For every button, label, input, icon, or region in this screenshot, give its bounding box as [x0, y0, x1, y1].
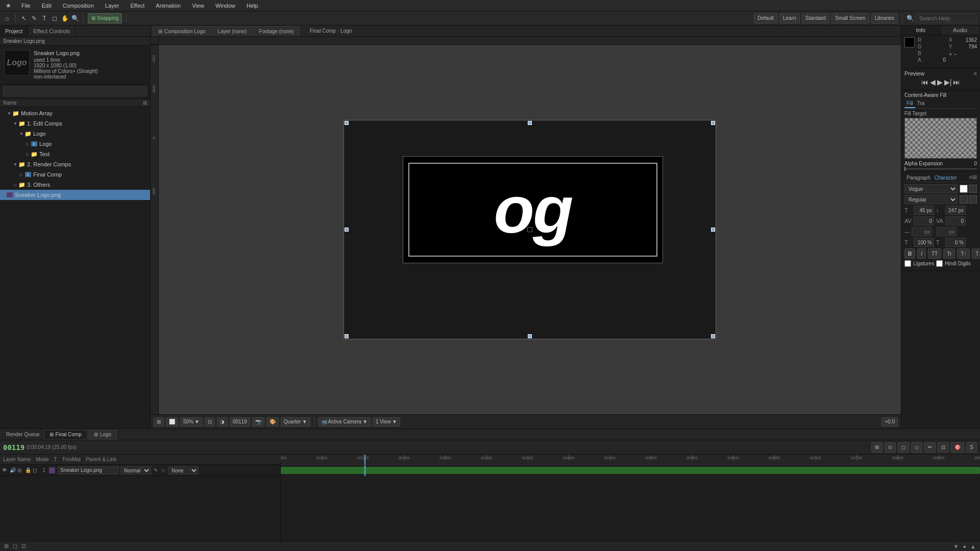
preview-skip-fwd[interactable]: ⏭	[953, 79, 960, 86]
menu-composition[interactable]: Composition	[61, 2, 96, 10]
tree-item-motion-array[interactable]: ▼ 📁 Motion Array	[0, 108, 150, 118]
baseline-input[interactable]	[912, 227, 932, 236]
learn-workspace[interactable]: Learn	[779, 13, 800, 23]
preview-play[interactable]: ▶	[937, 79, 943, 86]
status-icon-5[interactable]: ●	[963, 543, 966, 549]
right-tab-info[interactable]: Info	[901, 26, 941, 35]
tree-item-sneaker-logo[interactable]: Sneaker Logo.png	[0, 190, 150, 200]
preview-step-back[interactable]: ◀	[930, 79, 936, 86]
upper-btn[interactable]: TT	[928, 248, 941, 259]
tracking-input[interactable]	[945, 216, 966, 226]
views-display[interactable]: 1 View ▼	[373, 417, 400, 427]
libraries-btn[interactable]: Libraries	[871, 13, 898, 23]
menu-edit[interactable]: Edit	[40, 2, 54, 10]
handle-bottom-right[interactable]	[711, 334, 715, 338]
layer-mode-select[interactable]: Normal	[120, 466, 151, 474]
timecode-display[interactable]: 00119	[230, 417, 250, 427]
preview-menu-icon[interactable]: ≡	[974, 70, 977, 77]
snapshot-btn[interactable]: 📷	[252, 417, 264, 427]
toggle-safe-zones[interactable]: ⬜	[166, 417, 178, 427]
exposure-btn[interactable]: ◑	[217, 417, 228, 427]
caf-tab-fill[interactable]: Fill	[904, 99, 915, 108]
breadcrumb-logo[interactable]: Logo	[340, 28, 352, 34]
default-workspace[interactable]: Default	[754, 13, 777, 23]
tl-ctrl-7[interactable]: 🎯	[951, 442, 964, 453]
color-picker-btn[interactable]: 🎨	[266, 417, 279, 427]
layer-track-mask[interactable]: ✎	[154, 467, 158, 473]
status-icon-3[interactable]: ⊡	[21, 543, 26, 549]
alpha-slider-thumb[interactable]	[904, 167, 905, 171]
kerning-input[interactable]	[914, 216, 934, 226]
tl-ctrl-4[interactable]: ◇	[911, 442, 922, 453]
menu-effect[interactable]: Effect	[128, 2, 146, 10]
handle-top-center[interactable]	[528, 121, 532, 125]
layer-add-marker[interactable]: ◇	[161, 467, 165, 473]
style-swatch-1[interactable]	[960, 195, 968, 204]
preview-step-fwd[interactable]: ▶|	[944, 79, 952, 86]
tree-item-others[interactable]: ▷ 📁 3. Others	[0, 180, 150, 190]
bold-btn[interactable]: B	[904, 248, 915, 259]
camera-display[interactable]: 📹 Active Camera ▼	[318, 417, 371, 427]
tab-project[interactable]: Project	[0, 26, 28, 36]
menu-view[interactable]: View	[190, 2, 206, 10]
preview-skip-back[interactable]: ⏮	[921, 79, 928, 86]
layer-name-input[interactable]	[58, 466, 119, 474]
handle-right-center[interactable]	[711, 228, 715, 232]
tab-composition-logo[interactable]: ⊞ Composition Logo	[153, 26, 211, 36]
tl-ctrl-5[interactable]: ✏	[924, 442, 936, 453]
expand-col-icon[interactable]: ⊞	[143, 100, 147, 106]
tree-item-render-comps[interactable]: ▼ 📁 2. Render Comps	[0, 159, 150, 169]
handle-left-center[interactable]	[345, 228, 349, 232]
hindi-checkbox[interactable]	[936, 260, 943, 267]
super-btn[interactable]: T↑	[957, 248, 970, 259]
tl-ctrl-1[interactable]: ⊞	[871, 442, 883, 453]
menu-window[interactable]: Window	[213, 2, 237, 10]
zoom-display[interactable]: 50% ▼	[180, 417, 203, 427]
tab-footage-none[interactable]: Footage (none)	[253, 26, 299, 36]
char-tab-character[interactable]: Character	[933, 174, 959, 182]
scale-input[interactable]	[936, 227, 957, 236]
sub-btn[interactable]: T↓	[972, 248, 980, 259]
font-color-swatch[interactable]	[960, 185, 968, 193]
alpha-slider-track[interactable]	[904, 168, 977, 169]
status-icon-4[interactable]: ▼	[953, 543, 959, 549]
pen-tool[interactable]: ✎	[30, 14, 38, 22]
tab-logo-timeline[interactable]: ⊞ Logo	[88, 430, 117, 440]
small-caps-btn[interactable]: Tr	[943, 248, 955, 259]
small-screen-workspace[interactable]: Small Screen	[831, 13, 869, 23]
status-icon-2[interactable]: ◻	[13, 543, 17, 549]
layer-lock-btn[interactable]: 🔒	[25, 467, 31, 473]
tl-ctrl-6[interactable]: ⊡	[938, 442, 949, 453]
standard-workspace[interactable]: Standard	[802, 13, 830, 23]
status-icon-6[interactable]: ▲	[970, 543, 976, 549]
handle-top-left[interactable]	[345, 121, 349, 125]
tree-item-final-comp[interactable]: ▷ C Final Comp	[0, 169, 150, 180]
tab-layer-none[interactable]: Layer (none)	[212, 26, 253, 36]
font-stroke-swatch[interactable]	[969, 185, 977, 193]
layer-bar[interactable]	[281, 467, 980, 474]
zoom-tool[interactable]: 🔍	[71, 14, 79, 22]
font-family-select[interactable]: Vogue	[904, 184, 958, 193]
tree-item-logo-folder[interactable]: ▼ 📁 Logo	[0, 129, 150, 139]
breadcrumb-final-comp[interactable]: Final Comp	[310, 28, 336, 34]
offset-display[interactable]: +0.0	[881, 417, 898, 427]
tree-item-text[interactable]: ▷ 📁 Text	[0, 149, 150, 159]
home-icon[interactable]: ⌂	[3, 14, 11, 22]
layer-collapse-btn[interactable]: ◻	[33, 467, 39, 473]
caf-tab-tra[interactable]: Tra	[915, 99, 927, 108]
shape-tool[interactable]: ◻	[51, 14, 59, 22]
style-swatch-2[interactable]	[969, 195, 977, 204]
pan-tool[interactable]: ✋	[61, 14, 69, 22]
layer-parent-select[interactable]: None	[168, 466, 199, 474]
tl-solo-btn[interactable]: S	[966, 442, 977, 453]
menu-animation[interactable]: Animation	[154, 2, 183, 10]
handle-bottom-left[interactable]	[345, 334, 349, 338]
toggle-grid[interactable]: ⊞	[154, 417, 164, 427]
right-tab-audio[interactable]: Audio	[941, 26, 980, 35]
font-style-select[interactable]: Regular	[904, 195, 958, 204]
timecode-display-main[interactable]: 00119	[3, 443, 24, 452]
tl-ctrl-2[interactable]: ⊙	[885, 442, 896, 453]
text-tool[interactable]: T	[40, 14, 48, 22]
layer-vis-btn[interactable]: 👁	[2, 467, 8, 473]
snapping-button[interactable]: ⊞ Snapping	[88, 13, 122, 23]
